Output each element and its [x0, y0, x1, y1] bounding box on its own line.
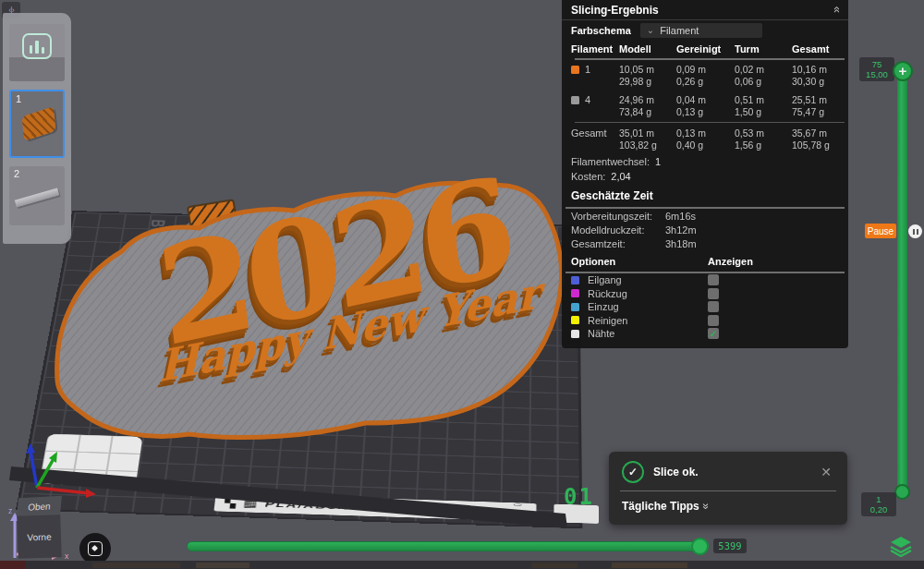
time-row: Modelldruckzeit: 3h12m: [562, 223, 848, 236]
bottom-strip: [0, 561, 924, 569]
daily-tips-toggle[interactable]: Tägliche Tipps: [609, 491, 847, 513]
plate2-model-preview: [15, 188, 59, 208]
filament-table: Filament Modell Gereinigt Turm Gesamt 1 …: [562, 41, 848, 154]
plate-label-strip: ▚ ▦ PLA/ABS/PETG △ HOT SURFACE ♨▭♨: [213, 493, 536, 522]
option-row-rueckzug: Rückzug: [562, 287, 848, 301]
filament-changes: Filamentwechsel: 1: [562, 154, 848, 169]
option-color-swatch: [571, 276, 579, 284]
nav-cube-front[interactable]: Vorne: [17, 515, 62, 559]
layers-icon[interactable]: [889, 536, 913, 557]
plate-brand-text: Bambu Tex: [136, 219, 169, 287]
plate-thumbnail-number: 1: [16, 93, 21, 104]
option-checkbox[interactable]: [708, 315, 719, 326]
time-row: Vorbereitungszeit: 6m16s: [562, 209, 848, 223]
layer-slider-top-handle[interactable]: [893, 61, 913, 81]
orientation-button[interactable]: [79, 533, 111, 564]
cost: Kosten: 2,04: [562, 169, 848, 184]
option-checkbox[interactable]: [708, 301, 719, 312]
filament-swatch: [571, 96, 579, 104]
warning-triangle-icon: △: [436, 505, 445, 514]
option-color-swatch: [571, 303, 579, 311]
layer-slider-bottom-handle[interactable]: [894, 484, 910, 500]
orientation-icon: [88, 541, 103, 556]
qr-icon: ▚: [225, 498, 237, 507]
options-show-column: Anzeigen: [708, 256, 753, 267]
build-plate: Bambu Tex ▚ ▦ PLA/ABS/PETG △ HOT SURFACE…: [16, 211, 582, 528]
step-slider-track[interactable]: [187, 541, 697, 551]
close-icon[interactable]: [816, 462, 836, 482]
slicing-result-panel: Slicing-Ergebnis Farbschema Filament Fil…: [562, 0, 848, 348]
option-row-reinigen: Reinigen: [562, 314, 848, 328]
option-row-einzug: Einzug: [562, 300, 848, 314]
slice-plate-icon: [22, 33, 52, 59]
notification-title: Slice ok.: [653, 466, 807, 478]
success-check-icon: [622, 461, 644, 483]
qr-icon: ▦: [243, 499, 258, 508]
step-slider-value: 5399: [713, 539, 747, 553]
step-slider-handle[interactable]: [691, 538, 709, 555]
layer-slider-top-tooltip: 75 15,00: [859, 57, 894, 81]
option-color-swatch: [571, 330, 579, 338]
option-color-swatch: [571, 316, 579, 324]
option-row-naehte: Nähte: [562, 327, 848, 341]
panel-title: Slicing-Ergebnis: [571, 4, 659, 17]
filament-row: 1 10,05 m29,98 g 0,09 m0,26 g 0,02 m0,06…: [571, 60, 848, 91]
chevrons-down-icon: [699, 503, 712, 510]
axis-x-label: x: [65, 551, 69, 561]
wipe-area-grid: [39, 433, 142, 487]
filament-swatch: [571, 66, 579, 74]
filament-row: 4 24,96 m73,84 g 0,04 m0,13 g 0,51 m1,50…: [571, 91, 848, 121]
hot-surface-warning: △ HOT SURFACE: [436, 504, 493, 515]
option-checkbox[interactable]: [708, 288, 719, 299]
plate-care-icons: ♨▭♨: [512, 499, 527, 525]
color-scheme-dropdown[interactable]: Filament: [640, 23, 762, 38]
plate-thumbnail-2[interactable]: 2: [9, 166, 65, 225]
plate1-model-preview: [21, 106, 55, 141]
options-title: Optionen: [571, 256, 708, 267]
option-checkbox[interactable]: [708, 274, 719, 285]
layer-slider-bottom-tooltip: 1 0,20: [861, 492, 896, 516]
color-scheme-label: Farbschema: [571, 25, 631, 36]
slice-all-plates-tile[interactable]: [9, 24, 65, 81]
option-checkbox[interactable]: [708, 328, 719, 339]
option-color-swatch: [571, 289, 579, 297]
layer-slider-track[interactable]: [897, 71, 907, 492]
time-row: Gesamtzeit: 3h18m: [562, 236, 848, 250]
option-row-eilgang: Eilgang: [562, 273, 848, 287]
plate-sidebar: 1 2: [3, 13, 71, 244]
plate-thumbnail-1[interactable]: 1: [9, 90, 65, 158]
app-viewport: Bambu Tex ▚ ▦ PLA/ABS/PETG △ HOT SURFACE…: [0, 0, 924, 569]
filament-total-row: Gesamt 35,01 m103,82 g 0,13 m0,40 g 0,53…: [571, 124, 848, 154]
estimated-time-title: Geschätzte Zeit: [562, 184, 848, 205]
plate-number-label: 01: [564, 484, 594, 510]
axis-z-label: z: [8, 506, 13, 515]
insert-pause-button[interactable]: Pause: [865, 224, 896, 238]
slice-notification: Slice ok. Tägliche Tipps: [609, 452, 847, 525]
pause-icon[interactable]: [908, 224, 922, 238]
plate-material-text: PLA/ABS/PETG: [264, 499, 389, 513]
plate-thumbnail-number: 2: [14, 168, 19, 179]
panel-collapse-icon[interactable]: [829, 6, 843, 13]
